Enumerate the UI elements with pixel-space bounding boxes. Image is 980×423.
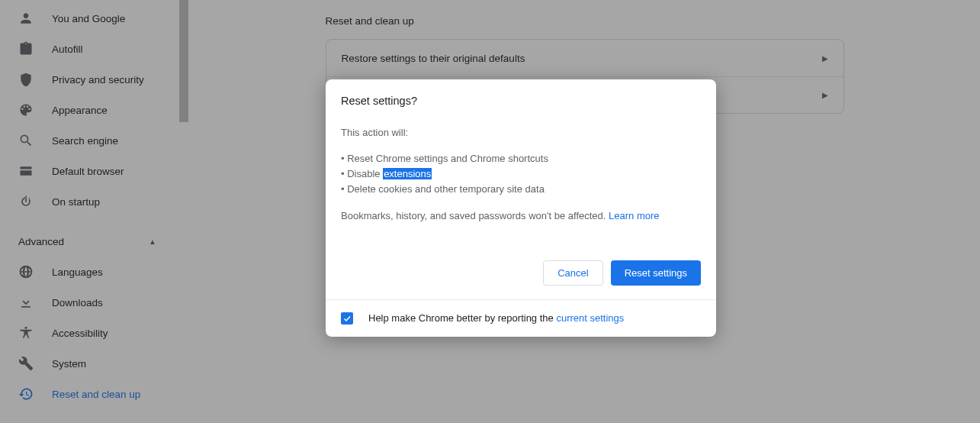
dialog-intro: This action will: xyxy=(341,125,701,140)
learn-more-link[interactable]: Learn more xyxy=(609,210,659,221)
reset-settings-button[interactable]: Reset settings xyxy=(611,260,701,286)
current-settings-link[interactable]: current settings xyxy=(556,312,624,324)
report-checkbox[interactable] xyxy=(341,312,353,325)
cancel-button[interactable]: Cancel xyxy=(543,260,602,286)
dialog-outro: Bookmarks, history, and saved passwords … xyxy=(341,208,701,224)
reset-settings-dialog: Reset settings? This action will: Reset … xyxy=(326,79,716,337)
footer-text: Help make Chrome better by reporting the… xyxy=(368,312,624,324)
dialog-bullet-list: Reset Chrome settings and Chrome shortcu… xyxy=(341,151,701,197)
dialog-bullet: Delete cookies and other temporary site … xyxy=(341,182,701,197)
dialog-title: Reset settings? xyxy=(341,95,701,107)
dialog-bullet: Reset Chrome settings and Chrome shortcu… xyxy=(341,151,701,166)
highlighted-text: extensions xyxy=(383,168,432,179)
dialog-bullet: Disable extensions xyxy=(341,166,701,182)
